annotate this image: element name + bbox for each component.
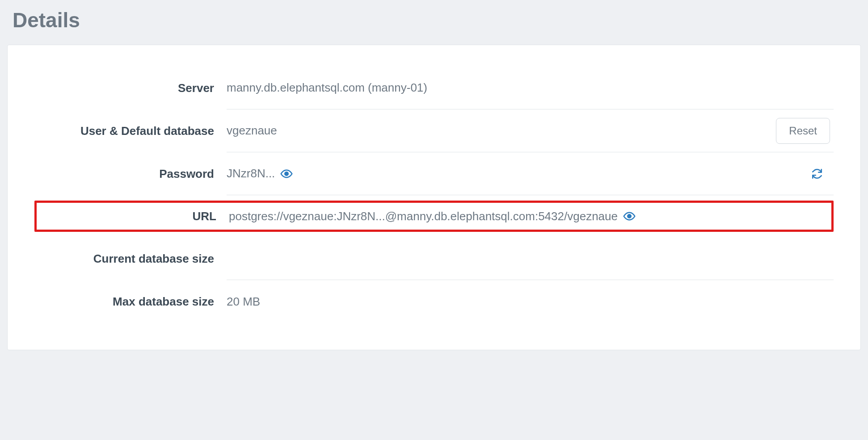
max-size-row: Max database size 20 MB bbox=[34, 280, 834, 323]
user-db-value: vgeznaue bbox=[227, 124, 277, 138]
refresh-icon[interactable] bbox=[811, 168, 823, 180]
user-db-row: User & Default database vgeznaue Reset bbox=[34, 109, 834, 152]
max-size-value: 20 MB bbox=[227, 295, 260, 309]
url-value: postgres://vgeznaue:JNzr8N...@manny.db.e… bbox=[229, 210, 618, 223]
server-value: manny.db.elephantsql.com (manny-01) bbox=[227, 81, 427, 95]
user-db-label: User & Default database bbox=[34, 124, 227, 138]
current-size-row: Current database size bbox=[34, 237, 834, 280]
password-row: Password JNzr8N... bbox=[34, 152, 834, 195]
eye-icon[interactable] bbox=[280, 168, 293, 180]
server-row: Server manny.db.elephantsql.com (manny-0… bbox=[34, 67, 834, 109]
eye-icon[interactable] bbox=[623, 210, 636, 222]
password-value: JNzr8N... bbox=[227, 167, 275, 180]
max-size-label: Max database size bbox=[34, 295, 227, 309]
svg-point-1 bbox=[628, 214, 631, 218]
page-title: Details bbox=[0, 0, 868, 45]
url-label: URL bbox=[37, 210, 229, 223]
server-label: Server bbox=[34, 81, 227, 95]
password-label: Password bbox=[34, 167, 227, 181]
svg-point-0 bbox=[285, 172, 288, 175]
current-size-label: Current database size bbox=[34, 252, 227, 266]
reset-button[interactable]: Reset bbox=[776, 118, 830, 144]
details-panel: Server manny.db.elephantsql.com (manny-0… bbox=[7, 45, 861, 350]
url-row: URL postgres://vgeznaue:JNzr8N...@manny.… bbox=[34, 201, 834, 232]
